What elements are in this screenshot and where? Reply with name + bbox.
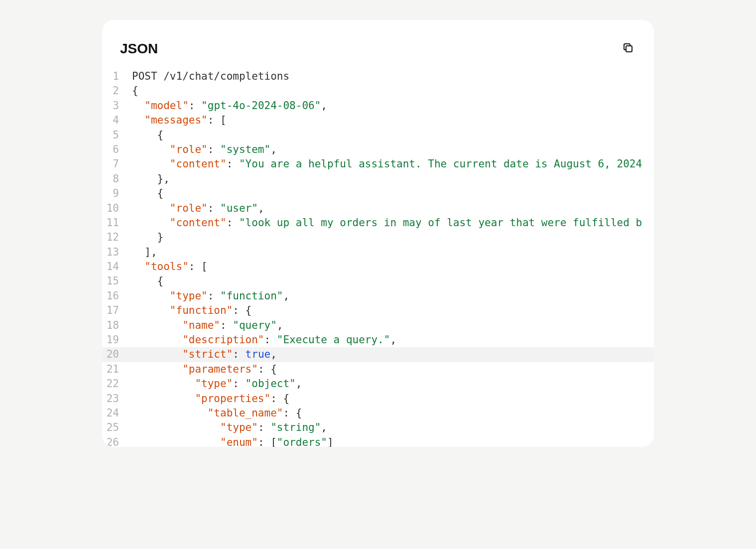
code-line: 1POST /v1/chat/completions xyxy=(102,69,654,84)
line-number: 22 xyxy=(102,377,132,391)
code-line: 19 "description": "Execute a query.", xyxy=(102,333,654,347)
code-block[interactable]: 1POST /v1/chat/completions2{3 "model": "… xyxy=(102,69,654,447)
line-content: ], xyxy=(132,245,654,260)
code-line: 14 "tools": [ xyxy=(102,260,654,274)
svg-rect-0 xyxy=(626,46,632,52)
line-content: "tools": [ xyxy=(132,260,654,274)
code-line: 15 { xyxy=(102,274,654,288)
line-number: 2 xyxy=(102,84,132,98)
code-line: 16 "type": "function", xyxy=(102,289,654,303)
copy-icon xyxy=(622,42,634,55)
line-content: "role": "user", xyxy=(132,201,654,216)
line-number: 24 xyxy=(102,406,132,420)
line-number: 18 xyxy=(102,318,132,333)
line-content: "parameters": { xyxy=(132,362,654,377)
card-title: JSON xyxy=(120,41,158,57)
line-content: "content": "look up all my orders in may… xyxy=(132,216,654,230)
line-content: "enum": ["orders"] xyxy=(132,435,654,447)
line-number: 11 xyxy=(102,216,132,230)
line-number: 17 xyxy=(102,303,132,318)
code-line: 12 } xyxy=(102,230,654,245)
code-line: 18 "name": "query", xyxy=(102,318,654,333)
line-content: "description": "Execute a query.", xyxy=(132,333,654,347)
line-content: "type": "object", xyxy=(132,377,654,391)
line-number: 16 xyxy=(102,289,132,303)
code-card: JSON 1POST /v1/chat/completions2{3 "mode… xyxy=(102,20,654,447)
code-line: 26 "enum": ["orders"] xyxy=(102,435,654,447)
code-line: 23 "properties": { xyxy=(102,392,654,406)
code-line: 6 "role": "system", xyxy=(102,142,654,157)
line-number: 8 xyxy=(102,172,132,186)
line-number: 14 xyxy=(102,260,132,274)
line-content: { xyxy=(132,128,654,142)
line-content: { xyxy=(132,274,654,288)
line-number: 25 xyxy=(102,420,132,435)
line-number: 3 xyxy=(102,99,132,113)
code-line: 3 "model": "gpt-4o-2024-08-06", xyxy=(102,99,654,113)
line-number: 10 xyxy=(102,201,132,216)
line-content: "role": "system", xyxy=(132,142,654,157)
line-number: 26 xyxy=(102,435,132,447)
line-content: { xyxy=(132,84,654,98)
code-line: 11 "content": "look up all my orders in … xyxy=(102,216,654,230)
line-number: 15 xyxy=(102,274,132,288)
line-content: "model": "gpt-4o-2024-08-06", xyxy=(132,99,654,113)
line-number: 5 xyxy=(102,128,132,142)
line-number: 21 xyxy=(102,362,132,377)
code-line: 21 "parameters": { xyxy=(102,362,654,377)
line-number: 6 xyxy=(102,142,132,157)
line-number: 4 xyxy=(102,113,132,128)
line-content: "strict": true, xyxy=(132,347,654,362)
code-line: 10 "role": "user", xyxy=(102,201,654,216)
line-content: "type": "string", xyxy=(132,420,654,435)
line-content: } xyxy=(132,230,654,245)
line-number: 12 xyxy=(102,230,132,245)
code-line: 8 }, xyxy=(102,172,654,186)
line-number: 7 xyxy=(102,157,132,171)
line-number: 9 xyxy=(102,186,132,201)
code-line: 5 { xyxy=(102,128,654,142)
code-line: 17 "function": { xyxy=(102,303,654,318)
line-content: }, xyxy=(132,172,654,186)
line-content: "function": { xyxy=(132,303,654,318)
line-number: 19 xyxy=(102,333,132,347)
line-content: "type": "function", xyxy=(132,289,654,303)
code-line: 7 "content": "You are a helpful assistan… xyxy=(102,157,654,171)
code-line: 20 "strict": true, xyxy=(102,347,654,362)
code-line: 25 "type": "string", xyxy=(102,420,654,435)
code-line: 4 "messages": [ xyxy=(102,113,654,128)
line-number: 20 xyxy=(102,347,132,362)
line-content: "content": "You are a helpful assistant.… xyxy=(132,157,654,171)
code-line: 22 "type": "object", xyxy=(102,377,654,391)
line-number: 13 xyxy=(102,245,132,260)
copy-button[interactable] xyxy=(620,40,636,57)
line-content: "table_name": { xyxy=(132,406,654,420)
line-content: { xyxy=(132,186,654,201)
code-line: 13 ], xyxy=(102,245,654,260)
code-line: 2{ xyxy=(102,84,654,98)
line-content: "messages": [ xyxy=(132,113,654,128)
code-line: 9 { xyxy=(102,186,654,201)
line-content: "name": "query", xyxy=(132,318,654,333)
line-content: POST /v1/chat/completions xyxy=(132,69,654,84)
line-number: 1 xyxy=(102,69,132,84)
card-header: JSON xyxy=(102,40,654,69)
code-line: 24 "table_name": { xyxy=(102,406,654,420)
line-number: 23 xyxy=(102,392,132,406)
line-content: "properties": { xyxy=(132,392,654,406)
